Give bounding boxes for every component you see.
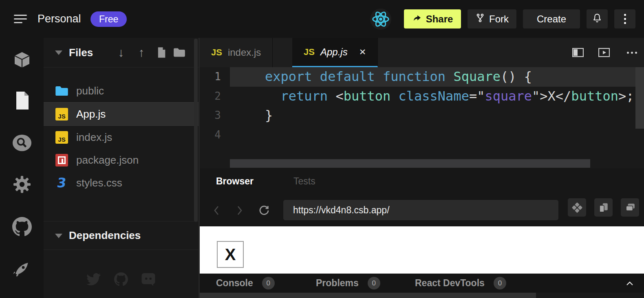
code-line-2[interactable]: 2 return <button className="square">X</b… <box>200 87 644 106</box>
back-icon[interactable] <box>210 195 223 226</box>
tab-tests[interactable]: Tests <box>293 168 315 195</box>
npm-file-icon <box>55 153 68 167</box>
file-name: package.json <box>76 154 139 167</box>
editor-tab-index.js[interactable]: JSindex.js <box>200 38 273 67</box>
tab-label: index.js <box>228 47 261 58</box>
editor-tab-App.js[interactable]: JSApp.js✕ <box>292 38 378 67</box>
search-icon[interactable] <box>0 131 44 155</box>
js-badge-icon: JS <box>55 108 68 121</box>
split-editor-icon[interactable] <box>570 38 586 67</box>
more-options-button[interactable] <box>614 9 635 28</box>
line-number: 3 <box>200 106 221 125</box>
count-badge: 0 <box>262 277 275 289</box>
close-tab-icon[interactable]: ✕ <box>359 47 366 57</box>
deploy-rocket-icon[interactable] <box>0 256 44 280</box>
settings-gear-icon[interactable] <box>0 172 44 197</box>
download-icon[interactable]: ↓ <box>115 38 127 67</box>
top-bar: Personal Free Share <box>0 0 644 38</box>
devtools-panes-icon[interactable] <box>594 198 613 217</box>
responsive-preview-icon[interactable] <box>568 198 586 217</box>
preview-tab-bar: Browser Tests <box>200 168 644 195</box>
upload-icon[interactable]: ↑ <box>135 38 148 67</box>
js-file-type-icon: JS <box>304 47 315 57</box>
collapse-triangle-icon[interactable] <box>55 50 62 55</box>
statusbar-label: React DevTools <box>415 278 485 289</box>
file-name: public <box>76 85 104 97</box>
editor-more-icon[interactable] <box>624 38 640 67</box>
code-editor[interactable]: 1export default function Square() {2 ret… <box>200 67 644 168</box>
files-section-header[interactable]: Files ↓ ↑ <box>44 38 198 68</box>
browser-nav-bar <box>200 195 644 226</box>
editor-tab-bar: JSindex.jsJSApp.js✕ <box>200 38 644 68</box>
statusbar-console[interactable]: Console0 <box>216 274 275 293</box>
workspace-name[interactable]: Personal <box>37 0 81 38</box>
js-badge-icon: JS <box>55 131 68 144</box>
activity-bar <box>0 38 44 298</box>
js-file-icon: JS <box>55 107 68 121</box>
fork-icon <box>475 13 485 25</box>
line-number: 1 <box>200 67 221 87</box>
file-row-package.json[interactable]: package.json <box>44 149 198 171</box>
file-name: App.js <box>76 108 106 121</box>
share-button[interactable]: Share <box>404 9 461 28</box>
file-row-styles.css[interactable]: 3styles.css <box>44 171 198 194</box>
file-tree: publicJSApp.jsJSindex.jspackage.json3sty… <box>44 79 198 194</box>
file-explorer-icon[interactable] <box>0 88 44 113</box>
js-file-icon: JS <box>55 131 68 144</box>
css3-icon: 3 <box>56 175 68 191</box>
file-row-App.js[interactable]: JSApp.js <box>44 102 198 126</box>
code-text: return <button className="square">X</but… <box>230 87 635 106</box>
editor-area: JSindex.jsJSApp.js✕ 1export default func… <box>200 38 644 298</box>
social-links <box>44 258 198 298</box>
code-line-4[interactable]: 4 <box>200 125 644 145</box>
github-link-icon[interactable] <box>114 272 128 288</box>
files-panel: Files ↓ ↑ publicJSApp.jsJSindex.jspackag… <box>44 38 198 298</box>
new-file-icon[interactable] <box>154 38 168 67</box>
url-input[interactable] <box>283 200 558 220</box>
discord-icon[interactable] <box>141 272 156 288</box>
line-number: 4 <box>200 125 221 145</box>
console-bar: Console0Problems0React DevTools0 <box>200 274 644 293</box>
expand-console-icon[interactable] <box>622 274 638 293</box>
menu-icon[interactable] <box>14 15 28 24</box>
js-file-type-icon: JS <box>211 47 222 58</box>
notifications-button[interactable] <box>587 9 608 28</box>
tab-browser[interactable]: Browser <box>216 168 254 195</box>
statusbar-problems[interactable]: Problems0 <box>316 274 380 293</box>
code-text <box>230 125 635 145</box>
collapse-triangle-icon[interactable] <box>55 234 62 238</box>
refresh-icon[interactable] <box>257 195 271 226</box>
file-row-public[interactable]: public <box>44 79 198 102</box>
forward-icon[interactable] <box>234 195 246 226</box>
count-badge: 0 <box>494 277 506 289</box>
count-badge: 0 <box>368 277 380 289</box>
new-folder-icon[interactable] <box>172 38 187 67</box>
statusbar-label: Console <box>216 278 253 289</box>
bell-icon <box>592 13 602 26</box>
code-v-scrollbar[interactable] <box>635 67 644 129</box>
open-new-window-icon[interactable] <box>621 198 639 217</box>
open-preview-icon[interactable] <box>596 38 612 67</box>
dependencies-title: Dependencies <box>69 221 141 250</box>
code-line-1[interactable]: 1export default function Square() { <box>200 67 644 87</box>
code-h-scrollbar[interactable] <box>230 159 590 168</box>
files-scrollbar[interactable] <box>194 39 198 222</box>
twitter-icon[interactable] <box>86 273 101 287</box>
fork-label: Fork <box>489 13 509 25</box>
console-scrollbar[interactable] <box>200 293 536 298</box>
sandbox-info-icon[interactable] <box>0 48 44 72</box>
square-button[interactable]: X <box>217 241 244 268</box>
tab-label: App.js <box>320 46 348 58</box>
statusbar-react-devtools[interactable]: React DevTools0 <box>415 274 506 293</box>
github-icon[interactable] <box>0 215 44 239</box>
create-button[interactable]: Create <box>523 9 580 28</box>
fork-button[interactable]: Fork <box>468 9 516 28</box>
share-label: Share <box>426 13 453 25</box>
dependencies-section-header[interactable]: Dependencies <box>44 221 198 250</box>
code-line-3[interactable]: 3} <box>200 106 644 125</box>
file-row-index.js[interactable]: JSindex.js <box>44 126 198 149</box>
react-logo-icon <box>370 9 391 30</box>
plan-badge: Free <box>90 11 127 27</box>
css-file-icon: 3 <box>55 176 68 190</box>
files-title: Files <box>69 38 93 67</box>
